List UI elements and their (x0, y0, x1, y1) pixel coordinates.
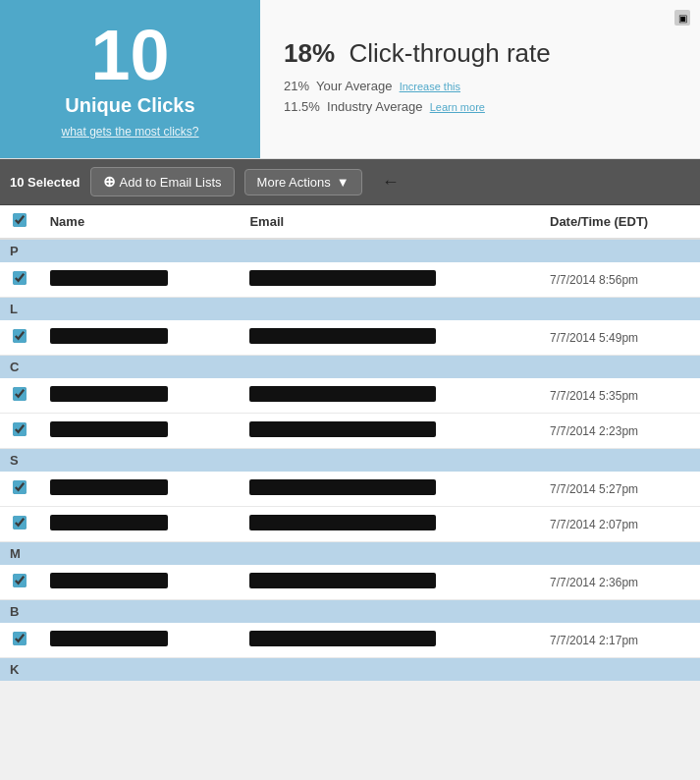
unique-clicks-label: Unique Clicks (65, 94, 194, 117)
increase-this-link[interactable]: Increase this (400, 81, 460, 92)
row-checkbox[interactable] (13, 516, 27, 529)
row-checkbox-cell[interactable] (0, 378, 40, 414)
group-header-row: K (0, 658, 700, 682)
your-avg-stat: 21% Your Average Increase this (284, 79, 676, 93)
ctr-percent: 18% (284, 38, 335, 68)
row-name-cell (40, 378, 241, 414)
row-email-cell (240, 378, 540, 414)
redacted-name-block (50, 479, 168, 495)
data-table-container: Name Email Date/Time (EDT) P7/7/2014 8:5… (0, 205, 700, 681)
group-header-row: L (0, 298, 700, 321)
table-header-row: Name Email Date/Time (EDT) (0, 205, 700, 239)
row-date-cell: 7/7/2014 2:07pm (540, 507, 700, 542)
row-email-cell (240, 507, 540, 542)
unique-clicks-sub-link[interactable]: what gets the most clicks? (61, 125, 198, 139)
redacted-name-block (50, 631, 168, 646)
select-all-checkbox-header[interactable] (0, 205, 40, 239)
learn-more-link[interactable]: Learn more (430, 101, 485, 113)
row-name-cell (40, 507, 241, 542)
row-date-cell: 7/7/2014 8:56pm (540, 262, 700, 298)
row-date-cell: 7/7/2014 5:27pm (540, 472, 700, 507)
data-table: Name Email Date/Time (EDT) P7/7/2014 8:5… (0, 205, 700, 681)
more-actions-button[interactable]: More Actions ▼ (244, 169, 362, 195)
select-all-checkbox[interactable] (13, 213, 27, 227)
row-email-cell (240, 320, 540, 356)
row-date-cell: 7/7/2014 2:36pm (540, 565, 700, 600)
toolbar: 10 Selected ⊕ Add to Email Lists More Ac… (0, 159, 700, 205)
row-checkbox[interactable] (13, 387, 27, 401)
redacted-name-block (50, 386, 168, 402)
redacted-email-block (249, 328, 436, 344)
ctr-label: Click-through rate (350, 38, 551, 68)
table-row: 7/7/2014 5:35pm (0, 378, 700, 414)
row-date-cell: 7/7/2014 5:35pm (540, 378, 700, 414)
group-header-row: S (0, 449, 700, 473)
row-email-cell (240, 565, 540, 600)
row-date-cell: 7/7/2014 2:23pm (540, 414, 700, 449)
row-name-cell (40, 320, 241, 356)
row-checkbox[interactable] (13, 574, 27, 587)
table-row: 7/7/2014 2:36pm (0, 565, 700, 600)
group-header-row: B (0, 600, 700, 624)
ctr-box: 18% Click-through rate 21% Your Average … (260, 0, 700, 158)
redacted-email-block (249, 479, 436, 495)
more-actions-label: More Actions (257, 175, 331, 190)
row-name-cell (40, 414, 241, 449)
your-avg-value: 21% (284, 79, 309, 93)
row-checkbox-cell[interactable] (0, 507, 40, 542)
row-name-cell (40, 472, 241, 507)
row-checkbox-cell[interactable] (0, 262, 40, 298)
row-checkbox[interactable] (13, 480, 27, 494)
row-checkbox[interactable] (13, 422, 27, 436)
industry-avg-value: 11.5% (284, 99, 320, 114)
group-header-row: C (0, 356, 700, 379)
row-email-cell (240, 262, 540, 298)
redacted-email-block (249, 421, 436, 437)
row-checkbox-cell[interactable] (0, 320, 40, 356)
redacted-name-block (50, 328, 168, 344)
row-name-cell (40, 262, 241, 298)
row-checkbox[interactable] (13, 632, 27, 645)
redacted-email-block (249, 573, 436, 588)
row-date-cell: 7/7/2014 5:49pm (540, 320, 700, 356)
row-checkbox-cell[interactable] (0, 472, 40, 507)
row-email-cell (240, 414, 540, 449)
stats-section: 10 Unique Clicks what gets the most clic… (0, 0, 700, 159)
unique-clicks-number: 10 (90, 20, 169, 90)
your-avg-label: Your Average (316, 79, 392, 93)
corner-button[interactable]: ▣ (674, 10, 690, 26)
redacted-name-block (50, 573, 168, 588)
row-email-cell (240, 472, 540, 507)
unique-clicks-box: 10 Unique Clicks what gets the most clic… (0, 0, 260, 158)
redacted-email-block (249, 631, 436, 646)
row-name-cell (40, 565, 241, 600)
table-row: 7/7/2014 2:07pm (0, 507, 700, 542)
redacted-email-block (249, 270, 436, 286)
row-checkbox-cell[interactable] (0, 623, 40, 658)
plus-icon: ⊕ (103, 173, 116, 191)
col-email-header: Email (240, 205, 540, 239)
row-email-cell (240, 623, 540, 658)
redacted-name-block (50, 515, 168, 530)
ctr-main: 18% Click-through rate (284, 38, 676, 69)
group-header-row: P (0, 239, 700, 262)
row-checkbox-cell[interactable] (0, 565, 40, 600)
industry-avg-label: Industry Average (327, 99, 422, 114)
col-name-header: Name (40, 205, 241, 239)
row-checkbox[interactable] (13, 271, 27, 285)
row-checkbox[interactable] (13, 329, 27, 343)
table-row: 7/7/2014 2:17pm (0, 623, 700, 658)
redacted-name-block (50, 270, 168, 286)
col-datetime-header: Date/Time (EDT) (540, 205, 700, 239)
table-row: 7/7/2014 5:27pm (0, 472, 700, 507)
row-date-cell: 7/7/2014 2:17pm (540, 623, 700, 658)
table-row: 7/7/2014 8:56pm (0, 262, 700, 298)
row-checkbox-cell[interactable] (0, 414, 40, 449)
table-row: 7/7/2014 5:49pm (0, 320, 700, 356)
dropdown-arrow-icon: ▼ (337, 175, 350, 190)
table-row: 7/7/2014 2:23pm (0, 414, 700, 449)
row-name-cell (40, 623, 241, 658)
arrow-indicator: ← (382, 172, 400, 193)
add-to-email-lists-button[interactable]: ⊕ Add to Email Lists (90, 167, 235, 196)
selected-count-label: 10 Selected (10, 175, 81, 190)
